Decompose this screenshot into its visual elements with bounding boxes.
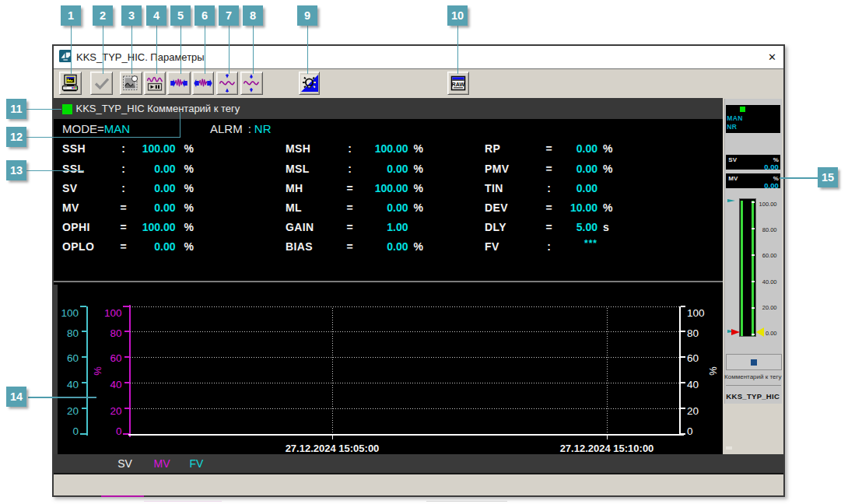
toolbar-button-accept[interactable]: [90, 72, 113, 95]
mv-axis-tick-label: 0: [85, 425, 122, 437]
wave-expand-horizontal-icon: [194, 74, 212, 93]
param-unit: %: [603, 142, 612, 155]
callout-number: 11: [10, 103, 22, 115]
right-axis-line: [679, 306, 681, 436]
raw-window-icon: RAW: [449, 74, 468, 93]
trend-panel: 100 80 60 40 20 0 100 80 60 40 20 0 % 10…: [54, 285, 723, 454]
fv-axis-tick-label: 80: [54, 327, 79, 339]
parameters-panel: KKS_TYP_HIC Комментарий к тегу MODE=MAN …: [54, 98, 723, 285]
panel-separator: [54, 281, 723, 282]
callout-line-13: [26, 170, 84, 172]
x-axis-line: [128, 434, 684, 436]
x-axis-tick: [607, 436, 608, 439]
legend-item-fv[interactable]: FV: [181, 457, 212, 471]
param-unit: %: [603, 201, 612, 214]
param-value-TIN: 0.00: [537, 182, 597, 194]
faceplate-tag-name: KKS_TYP_HIC: [724, 392, 782, 401]
faceplate-sv-label: SV: [728, 156, 737, 163]
gauge-rail: [752, 201, 754, 336]
toolbar-button-zoom-out-value[interactable]: [240, 72, 264, 95]
mv-axis-tick-label: 40: [85, 379, 122, 390]
callout-line-4: [156, 26, 158, 74]
callout-number: 2: [100, 9, 106, 22]
callout-number: 6: [201, 9, 208, 22]
toolbar-button-pause-trend[interactable]: [144, 72, 166, 95]
v-gridline: [607, 306, 608, 435]
toolbar-button-zoom-out-time[interactable]: [192, 72, 215, 95]
scroll-nub: [726, 446, 732, 450]
param-name-DEV: DEV: [485, 201, 508, 214]
param-name-RP: RP: [485, 142, 500, 155]
v-gridline: [332, 306, 333, 435]
callout-badge-2: 2: [93, 5, 113, 26]
callout-badge-8: 8: [243, 5, 263, 26]
callout-line-7: [229, 26, 230, 74]
toolbar-button-snapshot[interactable]: [120, 72, 143, 95]
mv-axis-tick-label: 60: [85, 352, 122, 364]
gauge-scale-label: 40.00: [745, 278, 777, 285]
gauge-rail: [741, 201, 743, 336]
mv-axis-tick: [124, 356, 129, 358]
clipped-content-sliver: [101, 495, 144, 498]
gauge-scale-label: 60.00: [745, 252, 777, 259]
wave-compress-vertical-icon: [218, 74, 237, 93]
faceplate-sv-box: SV % 0.00: [726, 155, 781, 170]
trend-play-pause-icon: [145, 74, 164, 93]
callout-badge-15: 15: [818, 167, 838, 187]
fv-axis-tick-label: 60: [54, 352, 79, 364]
mode-value: MAN: [104, 122, 130, 135]
svg-text:RAW: RAW: [452, 81, 465, 88]
mv-axis-line: [129, 305, 131, 437]
mv-axis-unit: %: [93, 366, 103, 376]
legend-item-mv[interactable]: MV: [146, 457, 177, 471]
window-title: KKS_TYP_HIC. Параметры: [76, 46, 205, 68]
param-name-PMV: PMV: [485, 163, 510, 175]
gauge-scale-label: 80.00: [745, 226, 777, 233]
toolbar-button-zoom-in-value[interactable]: [216, 72, 239, 95]
callout-badge-10: 10: [447, 5, 468, 26]
callout-badge-4: 4: [146, 5, 166, 26]
faceplate-square-button[interactable]: [751, 359, 757, 366]
clipped-content-sliver: [426, 501, 507, 502]
tag-header-row: KKS_TYP_HIC Комментарий к тегу: [54, 98, 723, 119]
gauge-scale-label: 100.00: [745, 201, 777, 208]
checkmark-icon: [93, 74, 111, 93]
callout-line-2: [103, 26, 104, 74]
toolbar-button-zoom-in-time[interactable]: [167, 72, 191, 95]
right-axis-tick: [681, 356, 685, 358]
close-button[interactable]: ✕: [768, 46, 776, 68]
mv-axis-tick-label: 80: [85, 327, 122, 339]
toolbar-button-color-settings[interactable]: [299, 72, 320, 95]
legend-item-sv[interactable]: SV: [110, 457, 141, 471]
right-axis-tick-label: 20: [687, 405, 718, 417]
trend-legend: SV MV FV: [54, 454, 783, 474]
print-screen-icon: [61, 74, 79, 93]
toolbar-button-raw-data[interactable]: RAW: [447, 72, 469, 95]
right-axis-tick: [681, 408, 685, 409]
toolbar-button-print-report[interactable]: [59, 72, 82, 95]
picture-icon: [121, 74, 140, 93]
color-scheme-icon: [300, 74, 319, 93]
h-gridline: [130, 383, 679, 383]
wave-expand-vertical-icon: [242, 74, 261, 93]
param-value-DLY: 5.00: [537, 221, 597, 233]
callout-badge-7: 7: [219, 5, 239, 26]
faceplate-mv-label: MV: [728, 175, 738, 182]
callout-badge-9: 9: [297, 5, 317, 26]
mv-axis-tick: [124, 408, 129, 409]
callout-number: 14: [10, 390, 23, 403]
callout-badge-5: 5: [170, 5, 191, 26]
callout-line-14: [28, 397, 96, 398]
right-axis-tick-label: 100: [687, 307, 718, 319]
faceplate-mv-box: MV % 0.00: [726, 173, 781, 188]
param-name-DLY: DLY: [485, 221, 506, 233]
callout-line-3: [131, 26, 133, 74]
page: 1 2 3 4 5 6 7 8 9 10 11 12 13 14 15 KKS_…: [0, 0, 848, 504]
faceplate-status-indicator: [740, 107, 745, 112]
faceplate-alarm-value: NR: [727, 123, 737, 131]
status-bar: [54, 476, 783, 495]
mode-label: MODE=MAN: [62, 122, 130, 135]
callout-badge-11: 11: [6, 99, 26, 119]
time-label-2: 27.12.2024 15:10:00: [537, 443, 677, 454]
param-name-TIN: TIN: [485, 182, 503, 194]
